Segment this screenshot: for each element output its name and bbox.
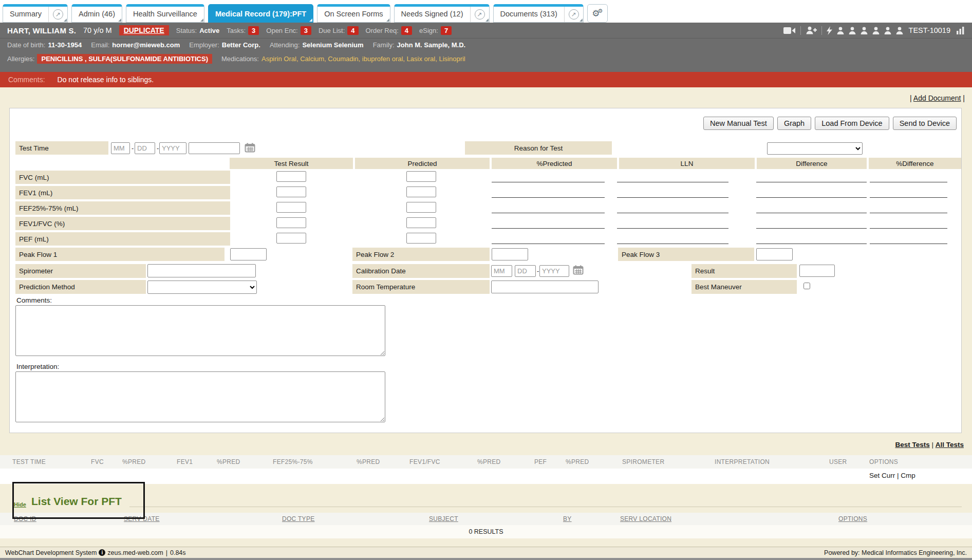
test-time-year-input[interactable] [159, 142, 186, 154]
medication-link[interactable]: Lasix oral [407, 55, 439, 63]
footer-bar: WebChart Development System i zeus.med-w… [0, 547, 972, 558]
medication-link[interactable]: ibuprofen oral [362, 55, 407, 63]
interpretation-textarea[interactable] [15, 371, 385, 422]
load-from-device-button[interactable]: Load From Device [815, 117, 889, 130]
tab-on-screen-forms[interactable]: On Screen Forms [317, 4, 390, 23]
column-header-pct-predicted: %Predicted [492, 158, 617, 169]
order-req-count-badge[interactable]: 4 [401, 26, 412, 35]
person-icon[interactable] [896, 27, 903, 34]
allergies-badge[interactable]: PENICILLINS , SULFA(SULFONAMIDE ANTIBIOT… [37, 54, 212, 64]
fev1-fvc-pct-predicted-line [492, 228, 605, 229]
person-icon[interactable] [849, 27, 856, 34]
prediction-method-select[interactable] [147, 281, 257, 294]
doc-col-serv-location[interactable]: SERV LOCATION [620, 515, 838, 522]
fev1-fvc-predicted-input[interactable] [406, 217, 436, 228]
open-enc-count-badge[interactable]: 3 [301, 26, 311, 35]
pef-predicted-input[interactable] [406, 233, 436, 244]
best-tests-link[interactable]: Best Tests [895, 441, 929, 449]
doc-col-options[interactable]: OPTIONS [838, 515, 972, 522]
family-value: John M. Sample, M.D. [397, 41, 466, 49]
calendar-icon[interactable] [573, 265, 584, 275]
duplicate-badge[interactable]: DUPLICATE [119, 25, 169, 35]
graph-button[interactable]: Graph [777, 117, 811, 130]
doc-col-subject[interactable]: SUBJECT [429, 515, 563, 522]
due-list-count-badge[interactable]: 4 [347, 26, 358, 35]
doc-col-serv-date[interactable]: SERV DATE [124, 515, 282, 522]
add-person-icon[interactable] [806, 26, 817, 34]
fev1-fvc-test-result-input[interactable] [276, 217, 306, 228]
test-time-label: Test Time [15, 141, 108, 155]
tab-medical-record[interactable]: Medical Record (179):PFT [208, 4, 313, 23]
new-manual-test-button[interactable]: New Manual Test [703, 117, 774, 130]
test-time-time-input[interactable] [189, 142, 240, 154]
bar-chart-icon[interactable] [956, 27, 965, 34]
calendar-icon[interactable] [245, 143, 255, 153]
popout-arrow-icon: ↗ [475, 9, 485, 20]
peak-flow-3-input[interactable] [756, 248, 793, 260]
all-tests-link[interactable]: All Tests [936, 441, 964, 449]
tab-medical-record-label: Medical Record (179):PFT [209, 7, 313, 22]
tab-documents[interactable]: Documents (313) ↗ [493, 4, 584, 23]
video-camera-icon[interactable] [783, 27, 796, 34]
medication-link[interactable]: Lisinopril [439, 55, 465, 63]
row-label-fef: FEF25%-75% (mL) [15, 201, 230, 215]
pef-difference-line [756, 244, 867, 244]
result-input[interactable] [799, 265, 835, 277]
calibration-year-input[interactable] [539, 265, 569, 277]
fef-test-result-input[interactable] [276, 202, 306, 213]
room-temperature-input[interactable] [491, 281, 599, 293]
fev1-predicted-input[interactable] [406, 186, 436, 197]
peak-flow-2-input[interactable] [492, 248, 528, 260]
pef-test-result-input[interactable] [276, 233, 306, 244]
fvc-predicted-input[interactable] [406, 171, 436, 182]
fvc-test-result-input[interactable] [276, 171, 306, 182]
set-curr-cmp-links[interactable]: Set Curr | Cmp [869, 472, 915, 479]
person-icon[interactable] [837, 27, 844, 34]
fev1-lln-line [617, 197, 728, 198]
summary-popout-button[interactable]: ↗ [48, 7, 67, 22]
reason-for-test-select[interactable] [767, 142, 863, 155]
medication-link[interactable]: Aspirin Oral [261, 55, 300, 63]
test-time-month-input[interactable] [111, 142, 130, 154]
row-label-fev1-fvc: FEV1/FVC (%) [15, 217, 230, 230]
column-header-difference: Difference [757, 158, 867, 169]
calibration-day-input[interactable] [515, 265, 536, 277]
add-document-link[interactable]: Add Document [913, 94, 961, 102]
person-icon[interactable] [872, 27, 880, 34]
comments-banner-label: Comments: [8, 76, 45, 84]
documents-popout-button[interactable]: ↗ [564, 7, 583, 22]
spirometer-input[interactable] [147, 264, 256, 277]
date-separator: - [157, 144, 159, 152]
person-icon[interactable] [861, 27, 868, 34]
settings-gear-button[interactable]: ⚙⚙ [587, 4, 608, 23]
doc-col-by[interactable]: BY [563, 515, 620, 522]
fef-predicted-input[interactable] [406, 202, 436, 213]
tasks-count-badge[interactable]: 3 [248, 26, 259, 35]
tab-health-surveillance[interactable]: Health Surveillance [126, 4, 204, 23]
esign-count-badge[interactable]: 7 [441, 26, 452, 35]
doc-col-doc-type[interactable]: DOC TYPE [282, 515, 429, 522]
test-time-day-input[interactable] [135, 142, 155, 154]
footer-load-time: 0.84s [170, 549, 186, 556]
peak-flow-1-input[interactable] [230, 248, 267, 260]
lightning-bolt-icon[interactable] [827, 26, 832, 35]
patient-header-bar: HART, WILLIAM S. 70 y/o M DUPLICATE Stat… [0, 23, 972, 72]
row-label-fev1: FEV1 (mL) [15, 186, 230, 199]
dob-label: Date of birth: [7, 41, 45, 49]
best-maneuver-checkbox[interactable] [803, 283, 810, 289]
calibration-month-input[interactable] [491, 265, 512, 277]
send-to-device-button[interactable]: Send to Device [893, 117, 957, 130]
tab-admin[interactable]: Admin (46) [71, 4, 122, 23]
info-icon[interactable]: i [99, 549, 105, 556]
fev1-test-result-input[interactable] [276, 186, 306, 197]
list-view-title: List View For PFT [31, 495, 122, 508]
person-icon[interactable] [884, 27, 891, 34]
medication-link[interactable]: Calcium [300, 55, 328, 63]
comments-textarea[interactable] [15, 305, 385, 356]
hide-list-view-link[interactable]: Hide [14, 501, 26, 508]
tab-summary[interactable]: Summary ↗ [3, 4, 68, 23]
needs-signed-popout-button[interactable]: ↗ [470, 7, 489, 22]
tab-needs-signed[interactable]: Needs Signed (12) ↗ [394, 4, 490, 23]
medication-link[interactable]: Coumadin [328, 55, 362, 63]
results-col-fev1-fvc: FEV1/FVC [409, 458, 477, 465]
